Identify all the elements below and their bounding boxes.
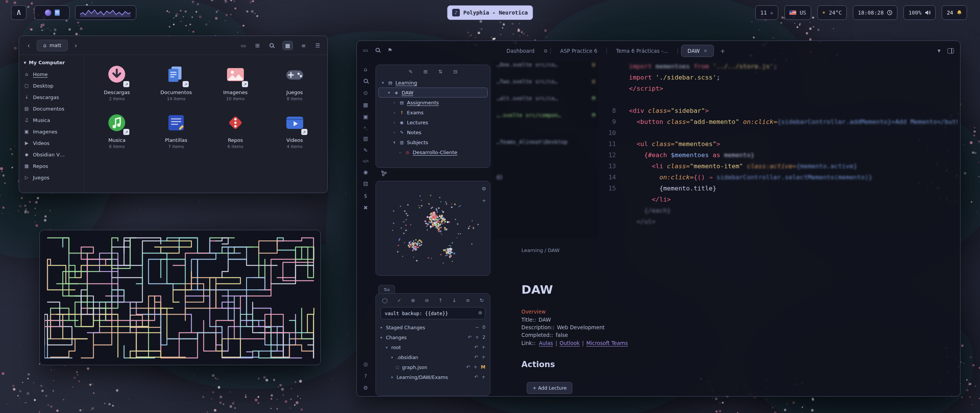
stage-icon[interactable]: + (482, 354, 485, 360)
sidebar-item-imagenes[interactable]: ▣Imagenes (24, 126, 79, 137)
commit-icon[interactable]: ◯ (382, 298, 388, 303)
unstage-all-icon[interactable]: ⊖ (425, 298, 429, 303)
sidebar-item-home[interactable]: ⌂Home (24, 68, 79, 80)
folder-videos[interactable]: ↗Videos4 items (265, 111, 324, 149)
menu-icon[interactable]: ☰ (314, 41, 321, 50)
stage-icon[interactable]: + (474, 364, 477, 370)
folder-musica[interactable]: ↗Musica6 items (87, 111, 147, 149)
pencil-icon[interactable]: ✎ (363, 147, 368, 153)
dollar-icon[interactable]: $ (364, 193, 368, 199)
discard-icon[interactable]: ↶ (468, 335, 472, 340)
home-icon[interactable]: ⌂ (364, 66, 368, 72)
graph-view-panel[interactable]: ⚙ + (376, 181, 490, 276)
commit-message-input[interactable] (381, 307, 485, 319)
git-row-staged-changes[interactable]: ▾Staged Changes−0 (376, 322, 490, 332)
split-layout-icon[interactable] (947, 48, 954, 54)
tab-daw[interactable]: DAW× (681, 45, 714, 57)
preview-icon[interactable]: ▭ (240, 41, 247, 50)
close-icon[interactable]: ✖ (363, 205, 368, 211)
tree-item-assignments[interactable]: ›▤Assignments (378, 98, 488, 107)
folder-juegos[interactable]: Juegos8 items (265, 63, 324, 101)
sidebar-item-desktop[interactable]: ▢Desktop (24, 80, 79, 91)
grid-icon[interactable]: ▦ (363, 102, 368, 108)
sidebar-item-descargas[interactable]: ↓Descargas (24, 91, 79, 103)
sidebar-item-musica[interactable]: ♫Musica (24, 114, 79, 126)
discard-icon[interactable]: ↶ (474, 345, 478, 350)
git-row-root[interactable]: ▾root↶+ (376, 342, 490, 352)
link-outlook[interactable]: Outlook (560, 340, 580, 346)
note-breadcrumb[interactable]: Learning / DAW (521, 247, 560, 253)
check-icon[interactable]: ✓ (397, 298, 402, 303)
tab-asp-practice-6[interactable]: ASP Practice 6 (554, 45, 603, 57)
forward-icon[interactable]: › (72, 42, 79, 49)
folder-descargas[interactable]: ↗Descargas2 items (87, 63, 147, 101)
crosshair-icon[interactable]: + (482, 198, 486, 203)
unstage-icon[interactable]: − (475, 325, 479, 330)
discard-icon[interactable]: ↶ (466, 364, 470, 370)
tree-item-learning[interactable]: ▾▤Learning (378, 78, 488, 88)
stage-icon[interactable]: + (482, 345, 485, 350)
sidebar-item-videos[interactable]: ▶Videos (24, 137, 79, 149)
git-row-learning-daw-exams[interactable]: ▾Learning/DAW/Exams↶+ (376, 372, 490, 382)
tree-item-exams[interactable]: ›!Exams (378, 107, 488, 117)
editor-pane[interactable]: …One.svelte src/co…U…Two.svelte src/co…U… (490, 61, 958, 394)
vault-switcher-icon[interactable]: ◎ (363, 361, 368, 367)
help-icon[interactable]: ? (364, 373, 367, 379)
pull-icon[interactable]: ↓ (452, 298, 456, 303)
link-aulas[interactable]: Aulas (539, 340, 553, 346)
volume-pill[interactable]: 100% (903, 5, 936, 20)
search-icon[interactable] (268, 41, 275, 50)
new-folder-icon[interactable]: ⊞ (254, 41, 261, 50)
stage-icon[interactable]: + (475, 335, 479, 340)
link-microsoft-teams[interactable]: Microsoft Teams (586, 340, 627, 346)
clear-icon[interactable]: ⊗ (478, 310, 482, 315)
list-icon[interactable]: ≡ (466, 298, 470, 303)
stage-all-icon[interactable]: ⊕ (411, 298, 415, 303)
sort-icon[interactable]: ⇅ (438, 69, 443, 75)
launcher-button[interactable]: Λ (11, 5, 26, 20)
git-row-graph-json[interactable]: ▢graph.json↶+M (376, 362, 490, 372)
sidebar-item-repos[interactable]: ▦Repos (24, 160, 79, 172)
folder-imagenes[interactable]: ↗Imagenes10 items (206, 63, 265, 101)
grid-view-icon[interactable]: ▦ (283, 41, 293, 50)
folder-documentos[interactable]: ↗Documentos14 items (147, 63, 206, 101)
pin-icon[interactable]: ⊙ (363, 90, 368, 96)
new-tab-button[interactable]: + (717, 47, 728, 55)
search-icon[interactable] (376, 47, 380, 53)
workspace-indicator[interactable]: 11 ✳ (755, 5, 778, 20)
camera-icon[interactable]: ◉ (363, 169, 368, 175)
clock-pill[interactable]: 18:08:28 (853, 5, 897, 20)
discard-icon[interactable]: ↶ (474, 374, 478, 380)
gear-icon[interactable]: ⚙ (482, 186, 486, 192)
sort-order-button[interactable]: ⇅a (378, 285, 395, 294)
back-icon[interactable]: ‹ (25, 42, 32, 49)
app-icon-files[interactable] (55, 10, 60, 16)
tree-item-lectures[interactable]: ›◉Lectures (378, 117, 488, 127)
graph-controls-icon[interactable] (379, 169, 389, 178)
new-folder-icon[interactable]: ⊞ (423, 69, 428, 75)
calendar-icon[interactable]: ▣ (363, 114, 368, 120)
weather-pill[interactable]: ☀ 24°C (817, 5, 847, 20)
list-view-icon[interactable]: ≡ (300, 41, 307, 50)
code-icon[interactable]: </> (363, 159, 368, 163)
keyboard-layout-pill[interactable]: US (784, 5, 811, 20)
sidebar-item-obsidian-v[interactable]: ◆Obsidian V… (24, 149, 79, 160)
tree-item-subjects[interactable]: ▾▥Subjects (378, 137, 488, 147)
sidebar-item-documentos[interactable]: ▤Documentos (24, 103, 79, 114)
collapse-all-icon[interactable]: ⊟ (453, 69, 457, 75)
discard-icon[interactable]: ↶ (474, 354, 478, 360)
git-row-obsidian[interactable]: ▾.obsidian↶+ (376, 352, 490, 362)
app-icon-browser[interactable] (45, 10, 51, 16)
folder-repos[interactable]: Repos6 items (206, 111, 265, 149)
code-editor[interactable]: import mementoes from '../../store.js';i… (602, 61, 958, 227)
close-tab-icon[interactable]: × (704, 48, 707, 54)
refresh-icon[interactable]: ↻ (480, 298, 484, 303)
git-row-changes[interactable]: ▾Changes↶+2 (376, 332, 490, 342)
sidebar-header[interactable]: ▾ My Computer (24, 60, 79, 65)
new-note-icon[interactable]: ✎ (408, 69, 413, 75)
bookmark-icon[interactable]: ⚑ (387, 47, 392, 53)
now-playing-pill[interactable]: ♪ Polyphia - Neurotica (447, 5, 533, 20)
settings-icon[interactable]: ⚙ (363, 385, 368, 391)
tree-item-daw[interactable]: ▾◈DAW (378, 88, 488, 98)
tree-item-desarrollo-cliente[interactable]: ›◎Desarrollo-Cliente (378, 147, 488, 157)
